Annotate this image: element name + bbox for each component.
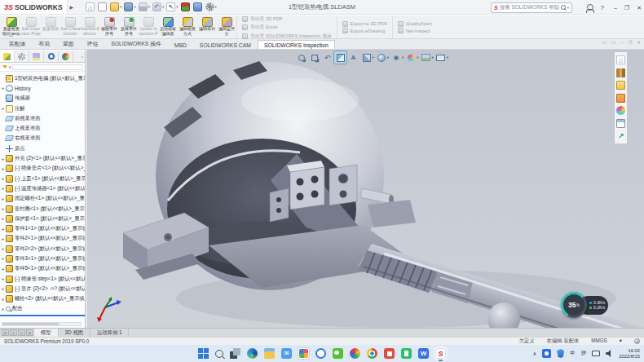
file-properties-icon[interactable] — [193, 2, 202, 11]
new-file-icon[interactable] — [98, 2, 107, 11]
save-icon[interactable] — [124, 2, 133, 11]
status-globe-icon[interactable] — [634, 338, 640, 344]
dropdown-caret-icon[interactable]: ▾ — [373, 55, 374, 60]
hud-button[interactable]: ▾ — [375, 51, 389, 64]
taskbar-clock[interactable]: 16:02 2022/8/15 — [619, 348, 640, 360]
design-library-icon[interactable] — [616, 68, 625, 77]
ribbon-button[interactable]: 选择零件序号 — [119, 16, 139, 38]
ribbon-button[interactable]: Edit Inspection Project — [21, 16, 41, 38]
ribbon-button[interactable]: Update Inspection Project — [139, 16, 158, 38]
panel-tab-overflow-icon[interactable]: › — [82, 54, 83, 59]
tree-item[interactable]: 传感器 — [0, 94, 85, 104]
quick-access-item[interactable] — [193, 2, 203, 11]
ime-language-indicator[interactable]: 中 — [570, 350, 576, 357]
mail-icon[interactable] — [281, 348, 292, 359]
minimize-button[interactable]: – — [614, 5, 617, 11]
ribbon-tab[interactable]: 布局 — [32, 38, 56, 49]
quick-access-item[interactable]: ▾ — [166, 2, 178, 11]
tab-nav-arrow[interactable]: « — [2, 329, 9, 336]
document-tab[interactable]: 运动算例 1 — [90, 329, 129, 337]
tree-item[interactable]: ▸ 密封圈<1> (默认<<默认>_显示状 — [0, 204, 85, 214]
close-button[interactable]: ✕ — [637, 5, 642, 11]
user-account-icon[interactable] — [587, 4, 593, 11]
ribbon-button[interactable]: Add Characteristic — [60, 16, 80, 38]
tree-item[interactable]: ▸ 配合 — [0, 304, 85, 314]
tray-chevron-icon[interactable]: ∧ — [532, 351, 536, 357]
document-tab[interactable]: 模型 — [34, 329, 59, 337]
dropdown-caret-icon[interactable]: ▾ — [417, 55, 418, 60]
filter-input[interactable] — [12, 64, 82, 70]
dropdown-caret-icon[interactable]: ▾ — [432, 55, 434, 60]
wechat-icon[interactable] — [333, 348, 343, 359]
cortana-icon[interactable] — [315, 348, 326, 359]
ribbon-tab[interactable]: SOLIDWORKS Inspection — [258, 40, 335, 49]
dropdown-caret-icon[interactable]: ▾ — [447, 55, 448, 60]
search-icon[interactable] — [561, 5, 566, 10]
tree-item[interactable]: ▸ (-) 绝缘垫片<1> (默认<<默认>_显 — [0, 164, 85, 174]
ribbon-button[interactable]: 编辑监管方 — [217, 16, 236, 38]
solidworks-icon[interactable] — [435, 348, 446, 359]
panel-tab[interactable] — [59, 51, 73, 62]
dropdown-caret-icon[interactable]: ▾ — [162, 5, 164, 9]
quick-access-item[interactable]: ▾ — [152, 2, 164, 11]
ribbon-button[interactable]: 新建检查项目(amp;N) — [2, 16, 21, 38]
hud-button[interactable]: ▾ — [405, 51, 419, 64]
tree-item[interactable]: ▸ 固定螺栓<1> (默认<<默认>_显示 — [0, 194, 85, 204]
panel-tab[interactable] — [15, 51, 29, 62]
ribbon-button[interactable]: 移除零件序号 — [99, 16, 119, 38]
tree-item[interactable]: ▸ 零件2<2> (默认<<默认>_显示状 — [0, 244, 85, 254]
filter-caret-icon[interactable]: ▾ — [9, 65, 11, 69]
search-icon[interactable] — [215, 350, 223, 358]
file-explorer-icon[interactable] — [616, 81, 625, 90]
panel-tab[interactable] — [29, 51, 44, 62]
ribbon-button[interactable]: 编辑检查方式 — [178, 16, 197, 38]
hud-button[interactable]: ▾ — [420, 51, 434, 64]
scrollbar-thumb[interactable] — [2, 323, 59, 325]
quick-access-item[interactable] — [98, 2, 108, 11]
hud-button[interactable]: ▾ — [434, 51, 448, 64]
help-button[interactable]: ? — [600, 4, 603, 11]
solidworks-logo[interactable]: 3S SOLIDWORKS — [0, 0, 68, 14]
print-icon[interactable] — [139, 2, 148, 11]
status-item[interactable]: ▾ — [620, 338, 622, 345]
rebuild-icon[interactable] — [181, 2, 190, 11]
ribbon-menu-item[interactable]: Export eDrawing — [342, 28, 387, 33]
tray-shield-icon[interactable] — [557, 349, 564, 358]
document-window-button[interactable]: ▭ — [611, 40, 615, 45]
tree-item[interactable]: 右视基准面 — [0, 134, 85, 143]
start-button[interactable] — [198, 348, 209, 359]
status-item[interactable]: 在编辑 装配体 — [547, 338, 580, 345]
tab-nav-arrow[interactable]: ‹ — [10, 329, 17, 336]
tree-item[interactable]: ▸ (-) 垫片 (2)<2> ->? (默认<<默认 — [0, 284, 85, 294]
search-input[interactable]: S 搜索 SOLIDWORKS 帮助 ▾ — [491, 2, 572, 13]
document-tab[interactable]: 3D 视图 — [59, 329, 90, 337]
ribbon-tab[interactable]: 评估 — [81, 38, 105, 49]
red-app-icon[interactable] — [384, 348, 395, 359]
document-window-button[interactable]: ▭ — [602, 40, 607, 45]
hud-button[interactable] — [347, 51, 359, 64]
tree-item[interactable]: ▸ History — [0, 83, 85, 93]
usage-ring[interactable]: 35% — [561, 292, 587, 318]
tree-item[interactable]: ▸ (-) 上盖<1> (默认<<默认>_显示状 — [0, 174, 85, 183]
select-icon[interactable] — [166, 2, 175, 11]
hud-button[interactable] — [334, 51, 346, 64]
ribbon-tab[interactable]: 装配体 — [2, 38, 32, 49]
search-dropdown-icon[interactable]: ▾ — [567, 6, 569, 10]
hud-button[interactable] — [308, 51, 320, 64]
quick-access-item[interactable]: ▾ — [110, 2, 121, 11]
tray-display-icon[interactable] — [592, 351, 600, 356]
dropdown-caret-icon[interactable]: ▾ — [120, 5, 121, 9]
tab-nav-arrow[interactable]: » — [26, 329, 33, 336]
graphics-viewport[interactable]: ▾ ▾ ▾ ▾ ▾ — [86, 50, 644, 328]
quick-access-item[interactable]: ▾ — [205, 2, 217, 11]
tray-speaker-icon[interactable] — [606, 350, 613, 357]
ribbon-menu-item[interactable]: Export to 3D PDF — [342, 21, 387, 27]
ribbon-tab[interactable]: SOLIDWORKS 插件 — [104, 38, 168, 49]
ribbon-menu-item[interactable]: QualityXpert — [398, 21, 432, 27]
view-palette-icon[interactable] — [616, 94, 625, 103]
hud-button[interactable]: ▾ — [390, 51, 404, 64]
ribbon-tab[interactable]: MBD — [168, 40, 193, 49]
filter-funnel-icon[interactable] — [2, 65, 7, 68]
ribbon-button[interactable]: 启动模板编辑器 — [158, 16, 178, 38]
hud-button[interactable]: ▾ — [360, 51, 374, 64]
